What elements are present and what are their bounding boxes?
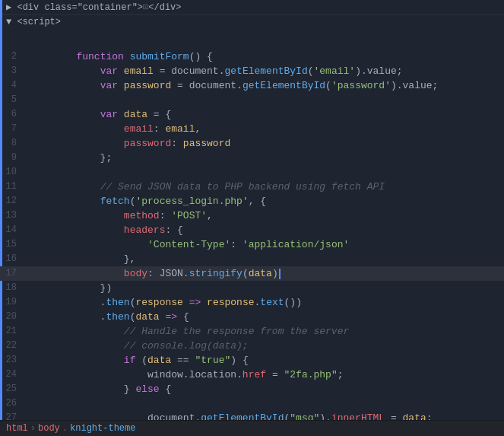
- code-line: 18 }): [0, 281, 504, 295]
- line-number: 7: [0, 122, 29, 136]
- breadcrumb-body: body: [38, 423, 60, 434]
- code-line: 20 .then(data => {: [0, 310, 504, 324]
- code-line: 13 method: 'POST',: [0, 208, 504, 223]
- line-number: 11: [0, 180, 29, 194]
- line-content: } else {: [29, 382, 498, 396]
- line-content: var email = document.getElementById('ema…: [29, 64, 498, 78]
- line-number: 25: [0, 382, 29, 396]
- line-content: method: 'POST',: [29, 208, 498, 223]
- code-line: 3 var email = document.getElementById('e…: [0, 64, 504, 78]
- code-line: 9 };: [0, 151, 504, 165]
- line-content: [29, 93, 498, 107]
- line-number: 2: [0, 49, 29, 64]
- line-number: 17: [0, 266, 29, 281]
- code-line: 21 // Handle the response from the serve…: [0, 324, 504, 339]
- line-content: [29, 165, 498, 180]
- code-line: 17 body: JSON.stringify(data): [0, 266, 504, 281]
- breadcrumb-html: html: [6, 423, 28, 434]
- line-number: 23: [0, 353, 29, 368]
- line-number: 9: [0, 151, 29, 165]
- line-content: password: password: [29, 136, 498, 151]
- code-line: 12 fetch('process_login.php', {: [0, 194, 504, 208]
- code-line: 6 var data = {: [0, 107, 504, 122]
- code-line: 8 password: password: [0, 136, 504, 151]
- code-line: 7 email: email,: [0, 122, 504, 136]
- line-content: window.location.href = "2fa.php";: [29, 368, 498, 382]
- line-content: .then(response => response.text()): [29, 295, 498, 310]
- line-content: 'Content-Type': 'application/json': [29, 237, 498, 252]
- line-number: 21: [0, 324, 29, 339]
- line-number: 6: [0, 107, 29, 122]
- line-number: 27: [0, 411, 29, 420]
- line-content: fetch('process_login.php', {: [29, 194, 498, 208]
- code-line: 24 window.location.href = "2fa.php";: [0, 368, 504, 382]
- line-number: 5: [0, 93, 29, 107]
- line-number: 22: [0, 339, 29, 353]
- code-line: 16 },: [0, 252, 504, 266]
- tree-item-script: ▼ <script>: [0, 15, 504, 29]
- breadcrumb-theme: knight-theme: [70, 423, 135, 434]
- code-line: 2 function submitForm() {: [0, 49, 504, 64]
- code-line: 23 if (data == "true") {: [0, 353, 504, 368]
- tree-item-div[interactable]: ▶ <div class="container">⊡</div>: [6, 2, 182, 13]
- line-number: 18: [0, 281, 29, 295]
- code-line: 5: [0, 93, 504, 107]
- line-number: 8: [0, 136, 29, 151]
- line-content: body: JSON.stringify(data): [29, 266, 498, 281]
- line-content: var data = {: [29, 107, 498, 122]
- code-line: 27 document.getElementById("msg").innerH…: [0, 411, 504, 420]
- code-line: 14 headers: {: [0, 223, 504, 237]
- tree-bar: ▶ <div class="container">⊡</div>: [0, 0, 504, 15]
- code-line: 25 } else {: [0, 382, 504, 396]
- line-number: 26: [0, 396, 29, 411]
- line-number: 4: [0, 78, 29, 93]
- code-line: 11 // Send JSON data to PHP backend usin…: [0, 180, 504, 194]
- breadcrumb: html › body . knight-theme: [6, 423, 135, 434]
- line-number: 16: [0, 252, 29, 266]
- code-editor: ▶ <div class="container">⊡</div> ▼ <scri…: [0, 0, 504, 420]
- line-content: headers: {: [29, 223, 498, 237]
- line-content: [29, 396, 498, 411]
- code-line: [0, 35, 504, 49]
- line-number: 15: [0, 237, 29, 252]
- line-content: email: email,: [29, 122, 498, 136]
- code-line: 26: [0, 396, 504, 411]
- status-bar: html › body . knight-theme: [0, 420, 504, 436]
- line-content: document.getElementById("msg").innerHTML…: [29, 411, 498, 420]
- line-content: // console.log(data);: [29, 339, 498, 353]
- line-number: 20: [0, 310, 29, 324]
- line-content: .then(data => {: [29, 310, 498, 324]
- breadcrumb-sep1: ›: [30, 423, 36, 434]
- line-content: [29, 35, 498, 49]
- line-content: };: [29, 151, 498, 165]
- code-line: 4 var password = document.getElementById…: [0, 78, 504, 93]
- line-content: },: [29, 252, 498, 266]
- line-content: function submitForm() {: [29, 49, 498, 64]
- line-number: 10: [0, 165, 29, 180]
- line-number: 12: [0, 194, 29, 208]
- code-line: 10: [0, 165, 504, 180]
- code-line: 22 // console.log(data);: [0, 339, 504, 353]
- line-number: 14: [0, 223, 29, 237]
- line-number: 13: [0, 208, 29, 223]
- line-content: var password = document.getElementById('…: [29, 78, 498, 93]
- line-content: if (data == "true") {: [29, 353, 498, 368]
- text-cursor: [279, 269, 281, 279]
- code-line: 19 .then(response => response.text()): [0, 295, 504, 310]
- line-number: 24: [0, 368, 29, 382]
- line-content: // Handle the response from the server: [29, 324, 498, 339]
- breadcrumb-sep2: .: [62, 423, 68, 434]
- line-number: 19: [0, 295, 29, 310]
- code-block: 2 function submitForm() {3 var email = d…: [0, 29, 504, 420]
- line-content: }): [29, 281, 498, 295]
- line-number: 3: [0, 64, 29, 78]
- line-content: // Send JSON data to PHP backend using f…: [29, 180, 498, 194]
- code-line: 15 'Content-Type': 'application/json': [0, 237, 504, 252]
